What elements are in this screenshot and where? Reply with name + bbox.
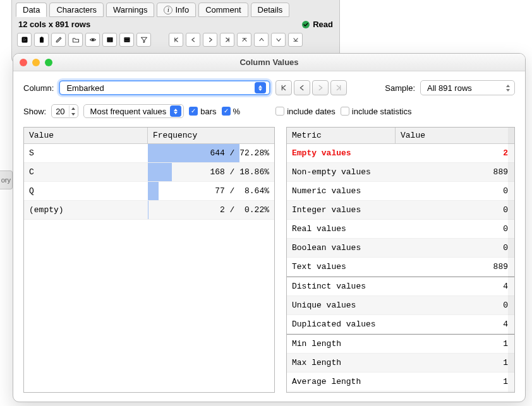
pencil-button[interactable] [51,33,66,47]
table-row[interactable]: Boolean values0 [287,239,514,258]
cell-metric: Numeric values [287,182,396,200]
funnel-button[interactable] [136,33,151,47]
cell-metric: Boolean values [287,239,396,257]
table-row[interactable]: S644 / 72.28% [24,144,274,163]
cell-metric: Max length [287,354,396,372]
cell-value: 0 [396,296,514,314]
cell-frequency: 77 / 8.64% [148,182,274,200]
sample-label: Sample: [385,83,415,93]
svg-point-4 [92,39,94,41]
play-button[interactable] [17,33,32,47]
frequency-body: S644 / 72.28%C168 / 18.86%Q77 / 8.64%(em… [24,144,274,220]
nav-up-button[interactable] [254,33,269,47]
table-row[interactable]: Min length1 [287,335,514,354]
svg-rect-6 [124,37,130,42]
nav-forward-button[interactable] [203,33,217,47]
info-icon: i [164,6,172,15]
tab-warnings[interactable]: Warnings [106,3,154,17]
bg-toolbar [12,32,339,48]
svg-rect-1 [21,37,27,43]
cell-value: 0 [396,239,514,257]
chevron-updown-icon [170,105,181,117]
scrollbar[interactable] [508,128,514,392]
cell-value: (empty) [24,201,148,219]
cell-value: 0 [396,220,514,238]
eye-button[interactable] [85,33,100,47]
cell-metric: Text values [287,258,396,276]
col-header-frequency[interactable]: Frequency [148,128,274,143]
col-first-button[interactable] [275,80,292,95]
col-next-button[interactable] [312,80,329,95]
table-row[interactable]: Average length1 [287,373,514,391]
table-row[interactable]: Unique values0 [287,296,514,315]
chevron-updown-icon [504,84,512,92]
tab-data[interactable]: Data [16,3,47,17]
cell-value: 1 [396,335,514,353]
table-row[interactable]: Empty values2 [287,144,514,163]
show-label: Show: [23,107,46,116]
nav-first-button[interactable] [169,33,183,47]
include-dates-checkbox[interactable]: include dates [275,107,336,116]
metrics-table: Metric Value Empty values2Non-empty valu… [286,127,515,393]
table-row[interactable]: Real values0 [287,220,514,239]
cell-value: C [24,163,148,181]
nav-back-button[interactable] [186,33,200,47]
cell-frequency: 644 / 72.28% [148,144,274,162]
nav-last-button[interactable] [220,33,234,47]
cell-value: 889 [396,163,514,181]
bg-tabs: Data Characters Warnings iInfo Comment D… [12,0,339,17]
mode-select[interactable]: Most frequent values [83,104,184,118]
cell-frequency: 2 / 0.22% [148,201,274,219]
bars-checkbox[interactable]: bars [189,107,216,116]
clipboard-button[interactable] [34,33,49,47]
cell-metric: Empty values [287,144,396,162]
table-row[interactable]: C168 / 18.86% [24,163,274,182]
cell-value: Q [24,182,148,200]
folder-button[interactable] [68,33,83,47]
tab-characters[interactable]: Characters [49,3,104,17]
col-header-metric[interactable]: Metric [287,128,396,143]
cell-metric: Distinct values [287,277,396,296]
table-row[interactable]: Numeric values0 [287,182,514,201]
metrics-body: Empty values2Non-empty values889Numeric … [287,144,514,391]
cell-value: 0 [396,182,514,200]
table-row[interactable]: Max length1 [287,354,514,373]
column-label: Column: [23,83,54,93]
cell-metric: Real values [287,220,396,238]
checkmark-icon [222,107,231,116]
checkmark-icon [189,107,198,116]
svg-rect-3 [40,37,42,38]
table-row[interactable]: Non-empty values889 [287,163,514,182]
titlebar[interactable]: Column Values [13,54,525,71]
col-header-value[interactable]: Value [24,128,148,143]
nav-bottom-button[interactable] [288,33,303,47]
col-last-button[interactable] [330,80,347,95]
checkbox-empty-icon [275,107,284,116]
tab-info[interactable]: iInfo [157,3,196,17]
table-row[interactable]: Text values889 [287,258,514,277]
cell-metric: Duplicated values [287,315,396,333]
rows-button[interactable] [119,33,134,47]
col-header-value[interactable]: Value [396,128,514,143]
nav-down-button[interactable] [271,33,286,47]
table-row[interactable]: Duplicated values4 [287,315,514,334]
cell-value: 1 [396,373,514,391]
show-count-stepper[interactable]: 20 [51,104,78,118]
include-stats-checkbox[interactable]: include statistics [341,107,412,116]
percent-checkbox[interactable]: % [222,107,241,116]
table-row[interactable]: Q77 / 8.64% [24,182,274,201]
tab-comment[interactable]: Comment [198,3,248,17]
cell-metric: Non-empty values [287,163,396,181]
sample-select[interactable]: All 891 rows [420,80,515,95]
tab-details[interactable]: Details [251,3,290,17]
table-row[interactable]: Integer values0 [287,201,514,220]
nav-top-button[interactable] [237,33,251,47]
table-row[interactable]: (empty)2 / 0.22% [24,201,274,220]
col-prev-button[interactable] [294,80,310,95]
columns-button[interactable] [102,33,117,47]
frequency-table: Value Frequency S644 / 72.28%C168 / 18.8… [23,127,275,393]
table-row[interactable]: Distinct values4 [287,277,514,296]
cell-value: 0 [396,201,514,219]
svg-rect-2 [40,37,44,42]
column-select[interactable]: Embarked [59,80,270,95]
